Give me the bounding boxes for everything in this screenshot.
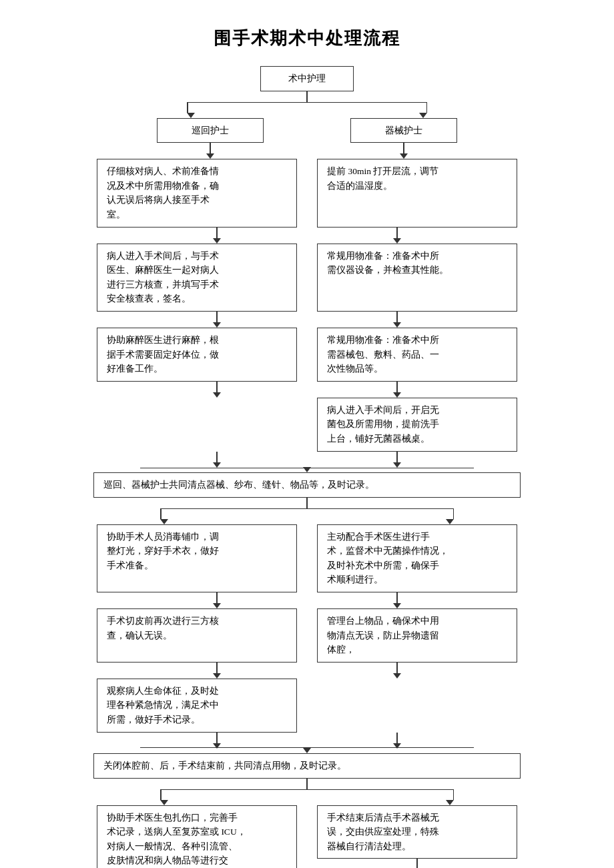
- bottom-right-box-1: 手术结束后清点手术器械无 误，交由供应室处理，特殊 器械自行清洁处理。: [317, 805, 517, 859]
- top-box: 术中护理: [260, 66, 354, 91]
- page: 围手术期术中处理流程 术中护理: [20, 27, 594, 868]
- shared-box-2: 关闭体腔前、后，手术结束前，共同清点用物，及时记录。: [93, 753, 521, 779]
- left-box-3: 协助手术人员消毒铺巾，调 整灯光，穿好手术衣，做好 手术准备。: [97, 524, 297, 592]
- right-box-1: 常规用物准备：准备术中所 需仪器设备，并检查其性能。: [317, 244, 517, 312]
- arrow-shared-2: [303, 748, 311, 753]
- right-box-0: 提前 30min 打开层流，调节 合适的温湿度。: [317, 159, 517, 227]
- right-box-5: 管理台上物品，确保术中用 物清点无误，防止异物遗留 体腔，: [317, 608, 517, 663]
- left-box-2: 协助麻醉医生进行麻醉，根 据手术需要固定好体位，做 好准备工作。: [97, 328, 297, 382]
- arrow-left-0: [157, 143, 264, 159]
- flowchart: 术中护理 巡回护士: [20, 66, 594, 868]
- arrow-to-right: [419, 113, 427, 118]
- branch-right-label: 器械护士: [350, 118, 457, 143]
- right-box-3: 病人进入手术间后，开启无 菌包及所需用物，提前洗手 上台，铺好无菌器械桌。: [317, 398, 517, 452]
- right-box-2: 常规用物准备：准备术中所 需器械包、敷料、药品、一 次性物品等。: [317, 328, 517, 382]
- right-box-4: 主动配合手术医生进行手 术，监督术中无菌操作情况， 及时补充术中所需，确保手 术…: [317, 524, 517, 592]
- left-box-4: 手术切皮前再次进行三方核 查，确认无误。: [97, 608, 297, 663]
- shared-box-1: 巡回、器械护士共同清点器械、纱布、缝针、物品等，及时记录。: [93, 472, 521, 498]
- left-box-5: 观察病人生命体征，及时处 理各种紧急情况，满足术中 所需，做好手术记录。: [97, 679, 297, 733]
- bottom-left-box: 协助手术医生包扎伤口，完善手 术记录，送病人至复苏室或 ICU， 对病人一般情况…: [97, 805, 297, 868]
- arrow-to-left: [187, 113, 195, 118]
- page-title: 围手术期术中处理流程: [214, 27, 400, 50]
- left-box-0: 仔细核对病人、术前准备情 况及术中所需用物准备，确 认无误后将病人接至手术 室。: [97, 159, 297, 227]
- arrow-shared-1: [303, 467, 311, 472]
- branch-left-label: 巡回护士: [157, 118, 264, 143]
- arrow-right-0: [350, 143, 457, 159]
- left-box-1: 病人进入手术间后，与手术 医生、麻醉医生一起对病人 进行三方核查，并填写手术 安…: [97, 244, 297, 312]
